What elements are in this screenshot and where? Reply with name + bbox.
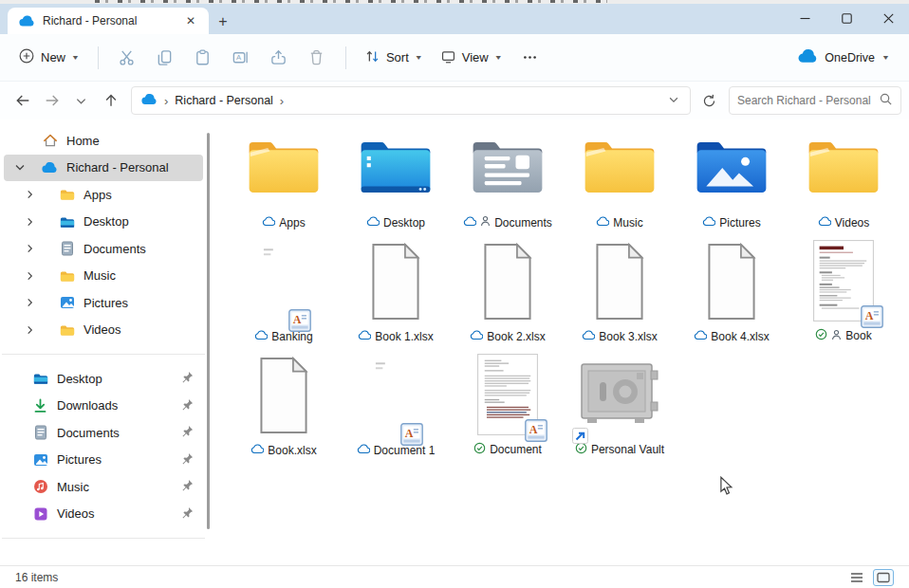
chevron-right-icon[interactable] bbox=[23, 188, 36, 202]
recent-locations-button[interactable] bbox=[66, 86, 96, 116]
chevron-down-icon: ▼ bbox=[881, 54, 890, 62]
breadcrumb-segment[interactable]: Richard - Personal bbox=[175, 94, 273, 107]
details-view-toggle[interactable] bbox=[846, 569, 867, 586]
search-input[interactable] bbox=[737, 94, 879, 107]
paste-button[interactable] bbox=[184, 42, 222, 74]
new-button[interactable]: New ▼ bbox=[9, 42, 88, 73]
sidebar-item-documents[interactable]: Documents bbox=[4, 235, 203, 263]
copy-button[interactable] bbox=[146, 42, 184, 74]
onedrive-label: OneDrive bbox=[825, 51, 875, 64]
sidebar-item-label: Documents bbox=[57, 426, 120, 440]
file-item-apps[interactable]: Apps bbox=[228, 119, 340, 233]
file-item-document-1[interactable]: A Document 1 bbox=[340, 347, 452, 461]
file-name: Music bbox=[613, 216, 642, 230]
view-button[interactable]: View ▼ bbox=[432, 43, 511, 73]
forward-button[interactable] bbox=[37, 86, 66, 116]
sidebar-item-desktop[interactable]: Desktop bbox=[4, 209, 203, 236]
sidebar-item-pictures[interactable]: Pictures bbox=[4, 289, 203, 317]
content-area: Apps Desktop Documents Music Pictures Vi… bbox=[211, 119, 909, 565]
file-icon bbox=[702, 233, 761, 330]
new-tab-button[interactable]: + bbox=[209, 9, 237, 34]
file-item-book-4-xlsx[interactable]: Book 4.xlsx bbox=[676, 233, 788, 347]
file-item-music[interactable]: Music bbox=[564, 119, 676, 233]
sidebar-item-videos[interactable]: Videos bbox=[4, 317, 203, 344]
sidebar-item-label: Richard - Personal bbox=[66, 160, 169, 175]
sidebar-pinned-desktop[interactable]: Desktop bbox=[4, 365, 203, 393]
file-item-desktop[interactable]: Desktop bbox=[340, 119, 452, 233]
file-icon bbox=[806, 119, 881, 216]
sidebar-item-home[interactable]: Home bbox=[4, 127, 203, 155]
close-button[interactable] bbox=[867, 4, 909, 32]
office-badge-icon: A bbox=[400, 423, 423, 450]
breadcrumb-separator: › bbox=[164, 94, 168, 108]
file-icon bbox=[470, 119, 546, 215]
chevron-down-icon[interactable] bbox=[13, 160, 27, 175]
file-item-book-3-xlsx[interactable]: Book 3.xlsx bbox=[564, 233, 676, 347]
file-label: Personal Vault bbox=[575, 442, 664, 457]
address-bar[interactable]: › Richard - Personal › bbox=[131, 86, 691, 115]
minimize-button[interactable] bbox=[784, 4, 826, 32]
sidebar-pinned-music[interactable]: Music bbox=[4, 473, 203, 501]
cloud-status-icon bbox=[357, 444, 370, 457]
more-options-button[interactable] bbox=[511, 42, 549, 74]
files-grid: Apps Desktop Documents Music Pictures Vi… bbox=[228, 119, 900, 461]
refresh-button[interactable] bbox=[695, 86, 723, 115]
file-icon bbox=[478, 233, 537, 330]
file-label: Desktop bbox=[366, 216, 425, 230]
sidebar-item-label: Desktop bbox=[83, 214, 129, 229]
shared-person-icon bbox=[480, 215, 491, 230]
file-item-pictures[interactable]: Pictures bbox=[676, 119, 788, 233]
file-name: Videos bbox=[835, 216, 869, 230]
chevron-right-icon[interactable] bbox=[23, 242, 36, 256]
cut-button[interactable] bbox=[108, 42, 146, 74]
share-button[interactable] bbox=[260, 42, 298, 74]
office-badge-icon: A bbox=[861, 305, 883, 332]
sidebar-item-onedrive-root[interactable]: Richard - Personal bbox=[4, 155, 203, 182]
chevron-right-icon[interactable] bbox=[23, 268, 36, 283]
videos-icon bbox=[32, 506, 48, 522]
sidebar-pinned-downloads[interactable]: Downloads bbox=[4, 393, 203, 420]
chevron-right-icon[interactable] bbox=[23, 322, 36, 337]
sidebar-scrollbar[interactable] bbox=[207, 133, 210, 529]
back-button[interactable] bbox=[8, 86, 37, 116]
file-item-personal-vault[interactable]: Personal Vault bbox=[564, 347, 676, 461]
large-icons-view-toggle[interactable] bbox=[873, 569, 894, 586]
sort-button-label: Sort bbox=[386, 50, 409, 64]
onedrive-status-button[interactable]: OneDrive ▼ bbox=[788, 44, 900, 72]
file-icon: A bbox=[813, 233, 874, 328]
sidebar-item-apps[interactable]: Apps bbox=[4, 181, 203, 209]
chevron-right-icon[interactable] bbox=[23, 296, 36, 310]
office-badge-icon: A bbox=[288, 309, 311, 336]
sidebar-pinned-videos[interactable]: Videos bbox=[4, 501, 203, 528]
up-button[interactable] bbox=[96, 86, 125, 116]
file-icon: A bbox=[477, 347, 538, 442]
sidebar-pinned-pictures[interactable]: Pictures bbox=[4, 447, 203, 474]
file-item-banking[interactable]: A Banking bbox=[228, 233, 340, 347]
rename-button[interactable]: A bbox=[222, 42, 260, 74]
file-item-document[interactable]: A Document bbox=[452, 347, 564, 461]
navigation-bar: › Richard - Personal › bbox=[0, 82, 909, 119]
file-item-book-1-xlsx[interactable]: Book 1.xlsx bbox=[340, 233, 452, 347]
sidebar-item-music[interactable]: Music bbox=[4, 263, 203, 290]
file-item-documents[interactable]: Documents bbox=[452, 119, 564, 233]
file-item-book-2-xlsx[interactable]: Book 2.xlsx bbox=[452, 233, 564, 347]
file-item-book[interactable]: A Book bbox=[788, 233, 900, 347]
file-item-book-xlsx[interactable]: Book.xlsx bbox=[228, 347, 340, 461]
chevron-right-icon[interactable] bbox=[23, 214, 36, 229]
maximize-button[interactable] bbox=[826, 4, 867, 32]
tab-close-icon[interactable]: ✕ bbox=[180, 10, 201, 31]
search-box[interactable] bbox=[729, 86, 901, 115]
cloud-status-icon bbox=[818, 216, 831, 230]
sort-button[interactable]: Sort ▼ bbox=[356, 43, 432, 73]
file-item-videos[interactable]: Videos bbox=[788, 119, 900, 233]
address-dropdown-icon[interactable] bbox=[661, 92, 686, 109]
status-bar: 16 items bbox=[0, 565, 909, 588]
sidebar-pinned-documents[interactable]: Documents bbox=[4, 419, 203, 447]
file-label: Documents bbox=[463, 215, 552, 230]
file-icon bbox=[366, 233, 425, 330]
sidebar-item-label: Documents bbox=[83, 242, 146, 256]
svg-text:A: A bbox=[405, 427, 414, 440]
file-label: Book 2.xlsx bbox=[470, 330, 545, 343]
explorer-tab[interactable]: Richard - Personal ✕ bbox=[8, 8, 209, 34]
delete-button[interactable] bbox=[298, 42, 336, 74]
